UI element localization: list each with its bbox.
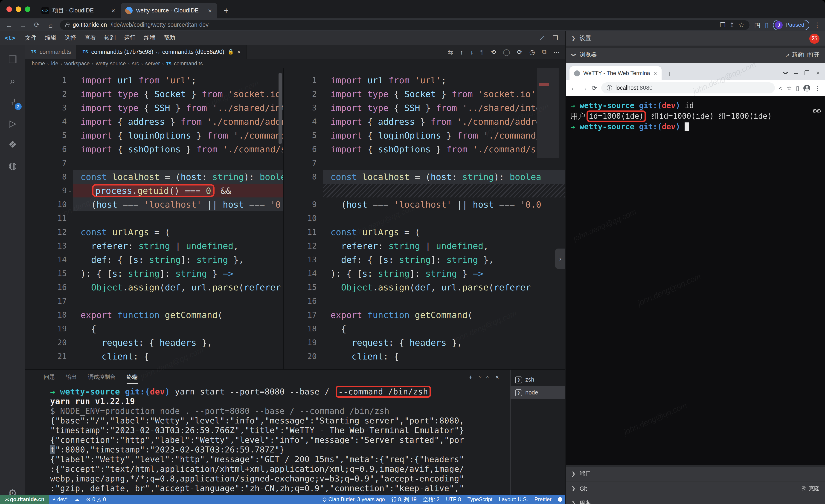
encoding-indicator[interactable]: UTF-8 xyxy=(443,495,464,504)
blame-indicator[interactable]: Cian Butler, 3 years ago xyxy=(319,495,388,504)
code-line[interactable]: 15 Object.assign(def, url.parse(referer xyxy=(284,280,565,294)
open-changes-icon[interactable]: ⇆ xyxy=(448,48,453,56)
split-editor-icon[interactable]: ⧉ xyxy=(542,48,546,56)
editor-tab-command-ts[interactable]: TS command.ts xyxy=(25,45,77,59)
menu-kebab-icon[interactable]: ⋮ xyxy=(814,84,820,91)
chevron-down-icon[interactable]: ❯ xyxy=(783,71,789,75)
browser-section-header[interactable]: ❯ 浏览器 ↗ 新窗口打开 xyxy=(566,48,825,63)
profile-chip[interactable]: J Paused xyxy=(773,19,809,30)
maximize-panel-chevron-icon[interactable]: › xyxy=(484,376,492,377)
forward-icon[interactable]: → xyxy=(581,84,587,92)
close-tab-icon[interactable]: × xyxy=(654,70,657,77)
code-line[interactable]: 14): { [s: string]: string } => xyxy=(284,266,565,280)
explorer-icon[interactable]: ❐ xyxy=(0,49,25,70)
window-controls[interactable] xyxy=(5,0,37,18)
close-tab-icon[interactable]: × xyxy=(207,7,213,14)
code-line[interactable]: 2import type { Socket } from 'socket.io'… xyxy=(284,87,565,101)
code-line[interactable]: 11const urlArgs = ( xyxy=(284,225,565,239)
menu-item-查看[interactable]: 查看 xyxy=(80,33,100,43)
menu-item-帮助[interactable]: 帮助 xyxy=(159,33,179,43)
code-line[interactable]: 1import url from 'url'; xyxy=(25,73,283,87)
code-line[interactable]: 10 (host === 'localhost' || host === '0.… xyxy=(25,197,283,211)
code-line[interactable]: 9 (host === 'localhost' || host === '0.0 xyxy=(284,197,565,211)
zoom-window-button[interactable] xyxy=(25,6,30,12)
restore-layout-icon[interactable]: ❒ xyxy=(549,34,562,41)
run-debug-icon[interactable]: ▷ xyxy=(0,113,25,134)
editor-tab-diff[interactable]: TS command.ts (17b75c98) ↔ command.ts (d… xyxy=(77,45,246,59)
code-line[interactable]: 15): { [s: string]: string } => xyxy=(25,266,283,280)
breadcrumb-item[interactable]: home xyxy=(32,61,45,66)
code-line[interactable]: 17export function getCommand( xyxy=(284,308,565,322)
expand-right-panel-button[interactable]: › xyxy=(555,249,565,269)
git-section-header[interactable]: ❯ Git ⎘ 克隆 xyxy=(566,482,825,496)
extensions-icon[interactable]: ❖ xyxy=(0,134,25,155)
home-icon[interactable]: ⌂ xyxy=(46,21,55,29)
close-icon[interactable]: × xyxy=(816,70,820,76)
next-icon[interactable]: ↓ xyxy=(470,48,473,56)
problems-indicator[interactable]: ⊗ 0 △ 0 xyxy=(83,495,109,504)
close-tab-icon[interactable]: × xyxy=(237,48,240,55)
code-line[interactable]: 3import type { SSH } from '../shared/int… xyxy=(25,101,283,114)
reload-icon[interactable]: ⟳ xyxy=(592,84,597,92)
code-line[interactable]: 19 { xyxy=(25,322,283,336)
code-line[interactable]: 16 Object.assign(def, url.parse(referer xyxy=(25,280,283,294)
menu-item-运行[interactable]: 运行 xyxy=(120,33,140,43)
code-line[interactable]: 2import type { Socket } from 'socket.io'… xyxy=(25,87,283,101)
minimize-window-button[interactable] xyxy=(16,6,21,12)
sync-changes-button[interactable]: ☁ xyxy=(71,495,83,504)
code-line[interactable]: 20 client: { xyxy=(284,349,565,363)
settings-section-header[interactable]: ❯ 设置 邓 xyxy=(566,31,825,46)
code-line[interactable]: 7 xyxy=(284,156,565,170)
code-line[interactable]: 5import { loginOptions } from './command… xyxy=(25,129,283,142)
cursor-position[interactable]: 行 8, 列 19 xyxy=(388,495,420,504)
address-bar[interactable]: go.titanide.cn/ide/web/coding/wetty-sour… xyxy=(60,20,750,30)
whitespace-icon[interactable]: ¶ xyxy=(480,48,483,56)
git-clone-button[interactable]: ⎘ 克隆 xyxy=(802,485,820,493)
keyboard-layout[interactable]: Layout: U.S. xyxy=(496,495,531,504)
code-line[interactable]: 8const localhost = (host: string): boole… xyxy=(25,170,283,184)
code-line[interactable]: 13 def: { [s: string]: string }, xyxy=(284,253,565,266)
branch-indicator[interactable]: ⑂ dev* xyxy=(49,495,71,504)
open-in-new-window-button[interactable]: ↗ 新窗口打开 xyxy=(785,51,820,59)
terminal[interactable]: → wetty-source git:(dev) yarn start --po… xyxy=(25,384,510,504)
indentation-indicator[interactable]: 空格: 2 xyxy=(420,495,443,504)
code-line[interactable]: 8const localhost = (host: string): boole… xyxy=(284,170,565,184)
back-icon[interactable]: ← xyxy=(5,21,14,29)
panel-tab-调试控制台[interactable]: 调试控制台 xyxy=(83,370,120,384)
code-line[interactable]: 16 xyxy=(284,294,565,308)
timeline-history-icon[interactable]: ◷ xyxy=(529,48,535,56)
current-change-icon[interactable]: ◯ xyxy=(503,48,510,56)
language-mode[interactable]: TypeScript xyxy=(464,495,496,504)
embedded-browser-tab[interactable]: WeTTY - The Web Terminal E × xyxy=(570,66,662,80)
source-control-icon[interactable]: ⑂2 xyxy=(0,92,25,113)
terminal-process-zsh[interactable]: ❯zsh xyxy=(511,373,565,386)
code-line[interactable]: 17 xyxy=(25,294,283,308)
close-window-button[interactable] xyxy=(6,6,12,12)
browser-menu-kebab-icon[interactable]: ⋮ xyxy=(814,21,820,28)
search-icon[interactable]: ⌕ xyxy=(0,70,25,92)
code-line[interactable]: 9- process.getuid() === 0 && xyxy=(25,184,283,197)
forward-icon[interactable]: → xyxy=(18,21,27,29)
breadcrumb-item[interactable]: wetty-source xyxy=(96,61,126,66)
code-line[interactable]: 6import { sshOptions } from './command/s… xyxy=(284,142,565,156)
remote-indicator[interactable]: >< go.titanide.cn xyxy=(0,495,49,504)
code-line[interactable]: 12 referer: string | undefined, xyxy=(284,239,565,253)
diff-editor[interactable]: 1import url from 'url';2import type { So… xyxy=(25,68,565,369)
terminal-process-node[interactable]: ❯node xyxy=(511,386,565,399)
menu-item-文件[interactable]: 文件 xyxy=(21,33,41,43)
code-line[interactable]: 7 xyxy=(25,156,283,170)
code-line[interactable]: 4import { address } from './command/addr… xyxy=(284,114,565,129)
user-avatar[interactable]: 邓 xyxy=(809,33,820,44)
new-tab-icon[interactable]: + xyxy=(662,70,677,80)
code-line[interactable]: 1import url from 'url'; xyxy=(284,73,565,87)
side-panel-icon[interactable]: ▯ xyxy=(796,84,799,91)
extensions-puzzle-icon[interactable]: ◳ xyxy=(754,21,760,28)
breadcrumb-item[interactable]: ide xyxy=(51,61,58,66)
more-actions-icon[interactable]: ⋯ xyxy=(553,48,560,56)
next-change-icon[interactable]: ⟳ xyxy=(517,48,522,56)
code-line[interactable]: 10 xyxy=(284,211,565,225)
panel-tab-问题[interactable]: 问题 xyxy=(39,370,59,384)
notifications-bell-icon[interactable] xyxy=(555,495,565,504)
menu-item-选择[interactable]: 选择 xyxy=(61,33,80,43)
previous-icon[interactable]: ↑ xyxy=(460,48,463,56)
